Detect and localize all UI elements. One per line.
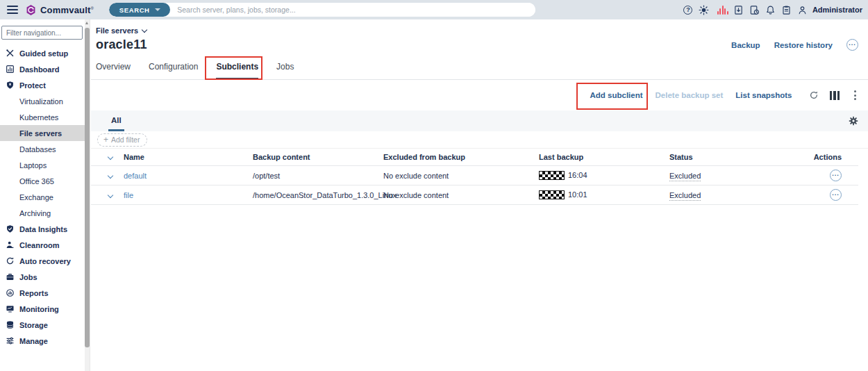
reports-doc-icon[interactable] — [749, 4, 760, 15]
table-row: default /opt/test No exclude content 16:… — [91, 166, 858, 186]
col-header-actions: Actions — [813, 153, 858, 161]
brand-name: Commvault® — [40, 5, 94, 15]
subclients-toolbar: Add subclient Delete backup set List sna… — [91, 80, 868, 110]
chart-circle-icon — [6, 288, 19, 297]
plus-icon: + — [103, 135, 108, 144]
sidebar-item-file-servers[interactable]: File servers — [0, 125, 90, 141]
table-row: file /home/OceanStor_DataTurbo_1.3.0_Lin… — [91, 186, 858, 205]
username-label[interactable]: Administrator — [812, 6, 862, 14]
table-view-tabs: All — [91, 110, 868, 131]
top-bar: Commvault® SEARCH ? — [0, 0, 868, 19]
breadcrumb[interactable]: File servers — [96, 26, 147, 35]
filter-navigation-input[interactable] — [1, 26, 83, 40]
sidebar-item-guided-setup[interactable]: Guided setup — [0, 45, 90, 61]
add-filter-chip[interactable]: + Add filter — [97, 133, 147, 147]
subclients-table: Name Backup content Excluded from backup… — [91, 149, 858, 205]
tab-overview[interactable]: Overview — [96, 62, 131, 79]
row-actions-button[interactable]: ... — [830, 170, 842, 181]
search-scope-button[interactable]: SEARCH — [109, 3, 170, 17]
sidebar-item-laptops[interactable]: Laptops — [0, 157, 90, 173]
last-backup-value: 10:01 — [539, 190, 669, 200]
columns-icon[interactable] — [830, 91, 840, 100]
page-header-actions: Backup Restore history ... — [731, 39, 858, 51]
help-icon[interactable]: ? — [683, 4, 694, 15]
person-desk-icon — [6, 240, 19, 249]
sidebar-item-virtualization[interactable]: Virtualization — [0, 93, 90, 109]
activity-waveform-icon[interactable] — [717, 4, 728, 15]
col-header-last-backup[interactable]: Last backup — [539, 153, 669, 161]
shield-icon — [6, 81, 19, 90]
sidebar-item-exchange[interactable]: Exchange — [0, 189, 90, 205]
sidebar-item-databases[interactable]: Databases — [0, 141, 90, 157]
scrollbar-thumb[interactable] — [85, 28, 90, 347]
alerts-bell-icon[interactable] — [765, 4, 776, 15]
sidebar-item-manage[interactable]: Manage — [0, 333, 90, 349]
tab-jobs[interactable]: Jobs — [276, 62, 294, 79]
kebab-menu-icon[interactable] — [852, 90, 858, 100]
recovery-arrow-icon — [6, 256, 19, 265]
commvault-logo-icon — [25, 4, 37, 16]
col-header-name[interactable]: Name — [124, 153, 253, 161]
scroll-up-arrow-icon[interactable] — [85, 22, 88, 24]
refresh-icon[interactable] — [809, 90, 819, 100]
status-value: Excluded — [669, 172, 813, 180]
excluded-value: No exclude content — [383, 172, 539, 180]
col-header-status[interactable]: Status — [669, 153, 813, 161]
sidebar-item-reports[interactable]: Reports — [0, 285, 90, 301]
sidebar-item-storage[interactable]: Storage — [0, 317, 90, 333]
shield-check-icon — [6, 224, 19, 233]
sidebar-item-dashboard[interactable]: Dashboard — [0, 61, 90, 77]
excluded-value: No exclude content — [383, 191, 539, 199]
sidebar-scrollbar[interactable] — [85, 19, 90, 371]
tab-subclients[interactable]: Subclients — [216, 62, 258, 79]
nav-list: Guided setup Dashboard P — [0, 45, 90, 349]
add-subclient-button[interactable]: Add subclient — [590, 91, 643, 99]
restore-history-button[interactable]: Restore history — [774, 41, 833, 49]
col-header-excluded[interactable]: Excluded from backup — [383, 153, 539, 161]
col-header-backup-content[interactable]: Backup content — [253, 153, 383, 161]
row-expand-chevron-icon[interactable] — [108, 192, 113, 197]
sidebar-item-auto-recovery[interactable]: Auto recovery — [0, 253, 90, 269]
redacted-date — [539, 190, 565, 199]
subclient-name-link[interactable]: file — [124, 191, 253, 199]
dashboard-icon — [6, 65, 19, 74]
hamburger-menu-icon[interactable] — [7, 6, 18, 14]
row-expand-chevron-icon[interactable] — [108, 172, 113, 178]
download-center-icon[interactable] — [733, 4, 744, 15]
subclient-name-link[interactable]: default — [124, 172, 253, 180]
sidebar-item-jobs[interactable]: Jobs — [0, 269, 90, 285]
filter-bar: + Add filter — [91, 131, 868, 149]
sidebar-item-monitoring[interactable]: Monitoring — [0, 301, 90, 317]
backup-content-value: /opt/test — [253, 172, 383, 180]
sidebar-item-data-insights[interactable]: Data Insights — [0, 221, 90, 237]
user-icon[interactable] — [797, 4, 808, 15]
page-more-actions-button[interactable]: ... — [846, 39, 858, 51]
list-snapshots-button[interactable]: List snapshots — [735, 91, 792, 99]
delete-backup-set-button: Delete backup set — [656, 91, 724, 99]
sidebar-item-archiving[interactable]: Archiving — [0, 205, 90, 221]
gear-icon[interactable] — [849, 116, 858, 126]
row-actions-button[interactable]: ... — [830, 189, 842, 201]
last-backup-value: 16:04 — [539, 171, 669, 181]
table-header-row: Name Backup content Excluded from backup… — [91, 149, 858, 166]
search-input[interactable] — [170, 3, 535, 17]
page-title: oracle11 — [96, 38, 147, 52]
view-tab-all[interactable]: All — [108, 110, 124, 131]
sidebar-item-protect[interactable]: Protect — [0, 77, 90, 93]
events-clipboard-icon[interactable] — [781, 4, 792, 15]
tab-configuration[interactable]: Configuration — [149, 62, 198, 79]
tools-icon — [6, 49, 19, 58]
topbar-icons: ? — [683, 4, 808, 15]
sidebar-item-kubernetes[interactable]: Kubernetes — [0, 109, 90, 125]
monitor-icon — [6, 304, 19, 313]
backup-button[interactable]: Backup — [731, 41, 760, 49]
sidebar-item-cleanroom[interactable]: Cleanroom — [0, 237, 90, 253]
briefcase-icon — [6, 272, 19, 281]
sidebar-item-office-365[interactable]: Office 365 — [0, 173, 90, 189]
collapse-all-chevron-icon[interactable] — [108, 154, 113, 160]
caret-down-icon — [155, 8, 160, 11]
theme-sun-icon[interactable] — [699, 4, 710, 15]
sliders-icon — [6, 336, 19, 345]
backup-content-value: /home/OceanStor_DataTurbo_1.3.0_Linux — [253, 191, 383, 199]
global-search: SEARCH — [109, 3, 535, 17]
